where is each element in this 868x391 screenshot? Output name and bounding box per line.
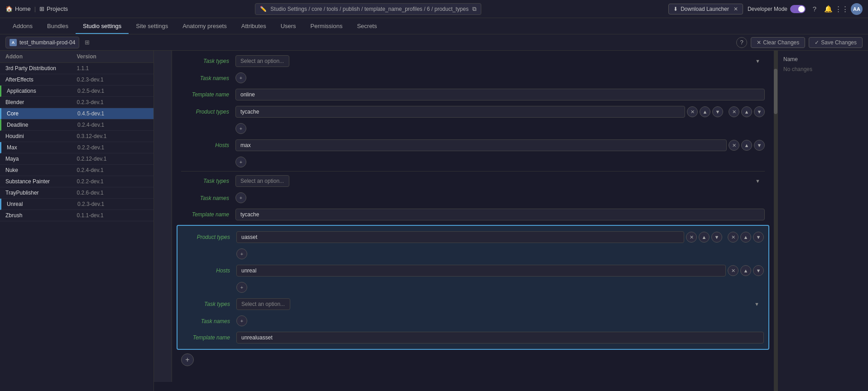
template-name-input-1[interactable] — [235, 89, 765, 100]
move-down-product-1b[interactable]: ▼ — [754, 106, 765, 117]
sidebar-item-unreal[interactable]: Unreal 0.2.3-dev.1 — [0, 199, 153, 210]
divider-1 — [181, 171, 765, 172]
add-host-button-1[interactable]: + — [235, 157, 246, 167]
move-up-product-h[interactable]: ▲ — [699, 232, 710, 243]
task-types-select-h[interactable]: Select an option... — [236, 298, 290, 310]
add-task-name-button-1[interactable]: + — [235, 72, 246, 83]
move-up-product-1b[interactable]: ▲ — [741, 106, 752, 117]
save-changes-button[interactable]: ✓ Save Changes — [809, 37, 863, 48]
move-down-product-h[interactable]: ▼ — [711, 232, 722, 243]
home-icon: 🏠 — [5, 5, 13, 12]
home-button[interactable]: 🏠 Home — [5, 5, 31, 12]
sub-header-right: ? ✕ Clear Changes ✓ Save Changes — [736, 37, 863, 48]
template-name-label-h: Template name — [182, 332, 236, 341]
hosts-row-h: Hosts ✕ ▲ ▼ — [182, 262, 764, 279]
scroll-thumb[interactable] — [774, 69, 777, 114]
remove-product-h[interactable]: ✕ — [686, 232, 697, 243]
addon-name: Substance Painter — [5, 178, 77, 185]
add-product-type-button-1[interactable]: + — [235, 123, 246, 134]
move-up-product-1[interactable]: ▲ — [700, 106, 710, 117]
sidebar-item-traypublisher[interactable]: TrayPublisher 0.2.6-dev.1 — [0, 187, 153, 199]
close-icon[interactable]: ✕ — [734, 6, 738, 12]
hosts-label-1: Hosts — [181, 139, 235, 148]
product-types-input-1[interactable] — [235, 106, 685, 118]
move-down-host-h[interactable]: ▼ — [753, 265, 764, 276]
addon-name: TrayPublisher — [5, 190, 77, 196]
add-product-type-row-h: + — [182, 246, 764, 262]
help-icon[interactable]: ? — [810, 5, 819, 14]
product-types-input-h[interactable] — [236, 231, 684, 243]
task-types-select-2[interactable]: Select an option... — [235, 175, 289, 187]
right-panel-empty-text: No changes — [783, 66, 863, 72]
sidebar-item-nuke[interactable]: Nuke 0.2.4-dev.1 — [0, 165, 153, 176]
clear-changes-button[interactable]: ✕ Clear Changes — [751, 37, 805, 48]
tab-site-settings[interactable]: Site settings — [129, 19, 175, 34]
move-up-host-1[interactable]: ▲ — [741, 140, 752, 151]
project-selector[interactable]: A test_thumbnail-prod-04 — [5, 37, 79, 48]
tab-addons[interactable]: Addons — [5, 19, 40, 34]
template-name-input-2[interactable] — [235, 209, 765, 220]
sidebar-item-maya[interactable]: Maya 0.2.12-dev.1 — [0, 153, 153, 165]
sidebar-item-applications[interactable]: Applications 0.2.5-dev.1 — [0, 86, 153, 97]
grid-icon[interactable]: ⋮⋮ — [837, 5, 846, 14]
add-product-type-button-h[interactable]: + — [236, 248, 247, 259]
task-types-row-h: Task types Select an option... ▼ — [182, 296, 764, 313]
add-section-button[interactable]: + — [181, 353, 194, 366]
version-col-header: Version — [77, 53, 149, 60]
tab-attributes[interactable]: Attributes — [234, 19, 273, 34]
avatar[interactable]: AA — [851, 3, 863, 15]
addon-name: AfterEffects — [5, 76, 77, 83]
remove-host-1[interactable]: ✕ — [729, 140, 739, 151]
template-name-label-2: Template name — [181, 209, 235, 218]
sidebar-item-blender[interactable]: Blender 0.2.3-dev.1 — [0, 97, 153, 108]
expand-icon[interactable]: ⊞ — [85, 39, 90, 46]
task-types-row-2: Task types Select an option... ▼ — [181, 172, 765, 190]
sidebar-item-zbrush[interactable]: Zbrush 0.1.1-dev.1 — [0, 210, 153, 221]
addon-version: 0.3.12-dev.1 — [77, 133, 149, 139]
projects-button[interactable]: ⊞ Projects — [39, 5, 68, 12]
remove-product-type-1[interactable]: ✕ — [687, 106, 698, 117]
notifications-icon[interactable]: 🔔 — [824, 5, 833, 14]
copy-icon[interactable]: ⧉ — [472, 5, 476, 13]
move-up-host-h[interactable]: ▲ — [740, 265, 751, 276]
projects-label: Projects — [47, 5, 68, 12]
add-task-name-button-h[interactable]: + — [236, 315, 247, 326]
add-task-name-button-2[interactable]: + — [235, 192, 246, 203]
tab-users[interactable]: Users — [273, 19, 303, 34]
hosts-input-h[interactable] — [236, 265, 726, 277]
scroll-track[interactable] — [774, 51, 777, 391]
top-bar: 🏠 Home | ⊞ Projects ✏️ Studio Settings /… — [0, 0, 868, 18]
move-up-product-h2[interactable]: ▲ — [740, 232, 751, 243]
move-down-product-1[interactable]: ▼ — [712, 106, 723, 117]
tab-bundles[interactable]: Bundles — [40, 19, 76, 34]
developer-mode-toggle[interactable] — [790, 5, 806, 13]
remove-host-h[interactable]: ✕ — [728, 265, 739, 276]
add-host-button-h[interactable]: + — [236, 282, 247, 293]
tab-secrets[interactable]: Secrets — [350, 19, 384, 34]
right-panel: Name No changes — [777, 51, 868, 391]
sidebar-item-houdini[interactable]: Houdini 0.3.12-dev.1 — [0, 131, 153, 142]
projects-icon: ⊞ — [39, 5, 44, 12]
sidebar-item-3rd-party[interactable]: 3rd Party Distribution 1.1.1 — [0, 63, 153, 74]
move-down-host-1[interactable]: ▼ — [754, 140, 765, 151]
addon-name: Zbrush — [5, 212, 77, 219]
sidebar-header: Addon Version — [0, 51, 153, 63]
sidebar-item-aftereffects[interactable]: AfterEffects 0.2.3-dev.1 — [0, 74, 153, 86]
sidebar-item-deadline[interactable]: Deadline 0.2.4-dev.1 — [0, 119, 153, 131]
addon-name: Unreal — [7, 201, 77, 207]
download-launcher-button[interactable]: ⬇ Download Launcher ✕ — [668, 4, 743, 14]
task-types-select-1[interactable]: Select an option... — [235, 55, 289, 67]
hosts-label-h: Hosts — [182, 265, 236, 274]
hosts-input-1[interactable] — [235, 139, 727, 151]
tab-anatomy-presets[interactable]: Anatomy presets — [175, 19, 234, 34]
sidebar-item-core[interactable]: Core 0.4.5-dev.1 — [0, 108, 153, 119]
remove-product-h2[interactable]: ✕ — [728, 232, 739, 243]
tab-permissions[interactable]: Permissions — [303, 19, 350, 34]
template-name-input-h[interactable] — [236, 332, 764, 343]
move-down-product-h2[interactable]: ▼ — [753, 232, 764, 243]
sidebar-item-substance-painter[interactable]: Substance Painter 0.2.2-dev.1 — [0, 176, 153, 187]
context-help-icon[interactable]: ? — [736, 37, 747, 48]
tab-studio-settings[interactable]: Studio settings — [76, 19, 129, 34]
remove-product-type-1b[interactable]: ✕ — [729, 106, 739, 117]
sidebar-item-max[interactable]: Max 0.2.2-dev.1 — [0, 142, 153, 153]
